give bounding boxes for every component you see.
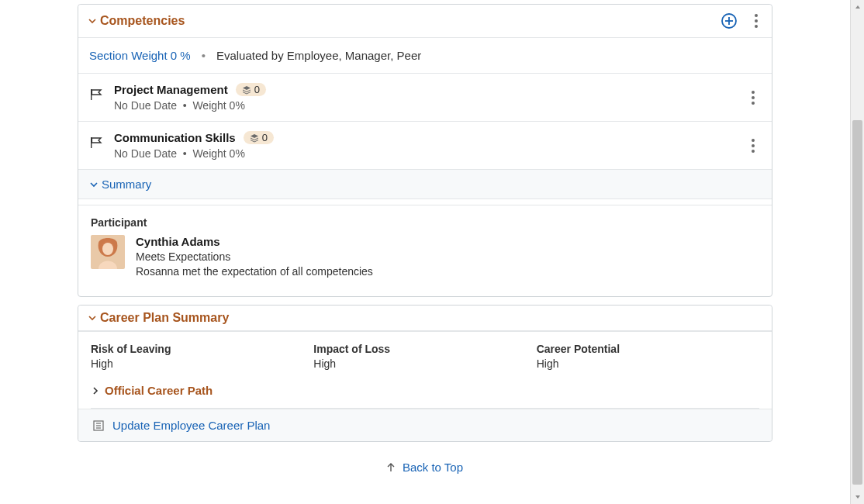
competency-item-row: Project Management 0 No Due Date • Weigh… [78,74,772,122]
competency-badge-count: 0 [262,132,268,143]
bullet-separator: • [202,49,206,62]
update-career-plan-link[interactable]: Update Employee Career Plan [112,419,270,432]
scroll-thumb[interactable] [852,120,862,485]
flag-icon [89,131,103,150]
competency-item-menu-button[interactable] [745,135,761,157]
back-to-top: Back to Top [0,450,848,474]
career-metrics-row: Risk of Leaving High Impact of Loss High… [78,330,772,384]
competency-badge-count: 0 [254,84,260,95]
competencies-card: Competencies Section Weight 0 % • Evalua… [78,4,772,297]
official-career-path-label: Official Career Path [105,384,213,397]
metric-value: High [91,357,313,370]
update-career-plan-row: Update Employee Career Plan [78,409,772,441]
scrollbar[interactable] [850,0,864,489]
competency-item-title: Communication Skills [114,131,236,144]
metric-risk: Risk of Leaving High [91,343,313,370]
metric-label: Impact of Loss [313,343,536,355]
participant-name: Cynthia Adams [136,235,373,248]
metric-value: High [313,357,536,370]
chevron-down-icon [89,180,98,189]
section-weight-link[interactable]: Section Weight 0 % [89,49,191,62]
summary-toggle[interactable]: Summary [78,170,772,199]
stack-icon [250,133,259,143]
avatar [91,235,125,269]
competency-item-meta: No Due Date • Weight 0% [114,147,274,160]
spacer [78,199,772,205]
back-to-top-link[interactable]: Back to Top [403,461,463,474]
flag-icon [89,83,103,102]
document-icon [92,419,105,432]
metric-value: High [537,357,759,370]
competency-badge: 0 [236,83,266,96]
competencies-menu-button[interactable] [748,10,764,32]
stack-icon [242,85,251,95]
svg-point-7 [102,243,113,255]
participant-comment: Rosanna met the expectation of all compe… [136,265,373,278]
summary-title: Summary [102,178,151,191]
participant-label: Participant [91,216,759,229]
competencies-subheader: Section Weight 0 % • Evaluated by Employ… [78,38,772,74]
metric-label: Risk of Leaving [91,343,313,355]
metric-potential: Career Potential High [537,343,759,370]
career-plan-header-left[interactable]: Career Plan Summary [88,311,229,325]
participant-rating: Meets Expectations [136,250,373,263]
add-competency-button[interactable] [721,12,738,29]
scroll-up-button[interactable] [851,0,864,14]
competency-item-row: Communication Skills 0 No Due Date • Wei… [78,122,772,170]
career-plan-header: Career Plan Summary [78,306,772,330]
evaluated-by-text: Evaluated by Employee, Manager, Peer [216,49,421,62]
competencies-title: Competencies [100,14,185,28]
competency-item-meta: No Due Date • Weight 0% [114,99,266,112]
career-plan-card: Career Plan Summary Risk of Leaving High… [78,305,772,442]
official-career-path-toggle[interactable]: Official Career Path [78,384,772,408]
metric-impact: Impact of Loss High [313,343,536,370]
participant-box: Participant Cynthia Adams Meets Expectat… [78,205,772,296]
competencies-header: Competencies [78,5,772,38]
chevron-down-icon [88,16,97,26]
chevron-right-icon [91,386,100,395]
competency-badge: 0 [244,131,274,144]
arrow-up-icon [385,462,396,473]
competencies-header-left[interactable]: Competencies [88,14,185,28]
competency-item-title: Project Management [114,83,228,96]
competency-item-menu-button[interactable] [745,87,761,109]
metric-label: Career Potential [537,343,759,355]
chevron-down-icon [88,313,97,323]
career-plan-title: Career Plan Summary [100,311,229,325]
